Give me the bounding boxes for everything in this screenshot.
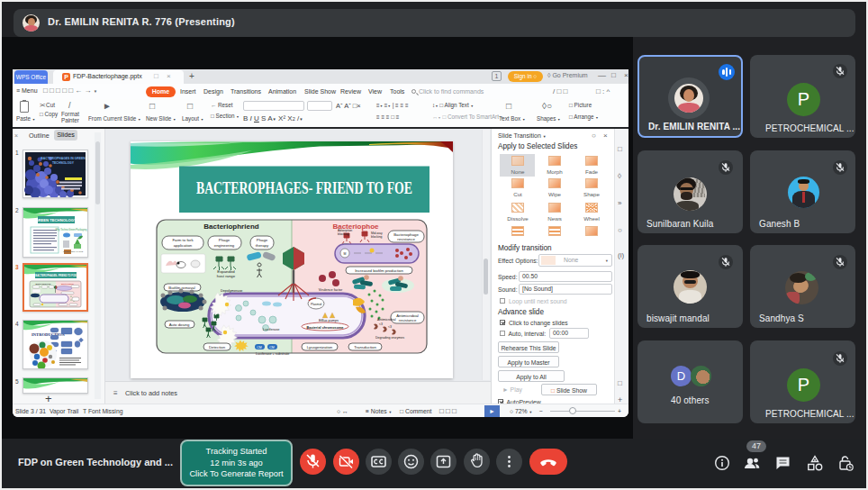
svg-text:CM: CM: [257, 346, 262, 349]
svg-text:Bacteriophoe: Bacteriophoe: [61, 283, 75, 285]
svg-text:resistance: resistance: [397, 237, 415, 241]
svg-text:Transduction: Transduction: [354, 345, 376, 349]
svg-text:Plasmid: Plasmid: [311, 303, 321, 306]
svg-text:<3: <3: [388, 325, 392, 329]
svg-text:Bacterial chromosome: Bacterial chromosome: [307, 326, 344, 330]
svg-text:BACTERIOPHAGES IN GREEN: BACTERIOPHAGES IN GREEN: [41, 157, 86, 160]
svg-text:BACTEROPHAGES- FRIEND TO FOE: BACTEROPHAGES- FRIEND TO FOE: [196, 179, 412, 197]
svg-text:INTRODUCTION: INTRODUCTION: [32, 332, 65, 337]
svg-text:GREEN TECHNOLOGY: GREEN TECHNOLOGY: [35, 218, 77, 222]
svg-text:blocking: blocking: [371, 235, 383, 239]
svg-text:Antimicrobial: Antimicrobial: [377, 318, 396, 322]
svg-text:Bacteriophriend: Bacteriophriend: [203, 222, 258, 231]
svg-text:M: M: [344, 252, 347, 256]
svg-text:Luciferase: Luciferase: [263, 327, 280, 331]
svg-text:Why Techno Green Packaging ?: Why Techno Green Packaging ?: [55, 228, 87, 231]
svg-text:Efflux pumps: Efflux pumps: [319, 319, 339, 322]
svg-text:CM: CM: [269, 346, 275, 349]
svg-text:Luciferase + substrate: Luciferase + substrate: [256, 352, 289, 356]
svg-text:Farm to fork: Farm to fork: [172, 238, 194, 242]
svg-text:therapy: therapy: [256, 243, 269, 248]
svg-text:Phage: Phage: [257, 238, 268, 242]
svg-text:Increased biofilm production: Increased biofilm production: [355, 268, 403, 273]
svg-text:Degrading enzymes: Degrading enzymes: [375, 336, 404, 340]
svg-text:Virulence factor: Virulence factor: [319, 288, 343, 292]
svg-text:application: application: [174, 243, 193, 248]
svg-text:Depolymerase: Depolymerase: [221, 289, 242, 293]
svg-text:resistance: resistance: [399, 318, 417, 322]
svg-text:Auto dosing: Auto dosing: [169, 322, 190, 327]
svg-text:TECHNOLOGY: TECHNOLOGY: [52, 161, 75, 165]
svg-text:Bacteriophriend: Bacteriophriend: [36, 283, 51, 285]
svg-text:GREEN TECH CYCLE: GREEN TECH CYCLE: [63, 250, 84, 252]
svg-text:blocking: blocking: [338, 232, 349, 236]
svg-text:Detection: Detection: [209, 345, 226, 349]
svg-text:Lysogenization: Lysogenization: [307, 345, 333, 349]
svg-text:host range: host range: [217, 274, 236, 278]
svg-text:Phage: Phage: [219, 238, 231, 242]
svg-text:<3: <3: [379, 322, 383, 326]
svg-text:BACTEROPHAGES- FRIEND TO FOE: BACTEROPHAGES- FRIEND TO FOE: [35, 274, 77, 277]
svg-text:engineering: engineering: [214, 243, 235, 248]
